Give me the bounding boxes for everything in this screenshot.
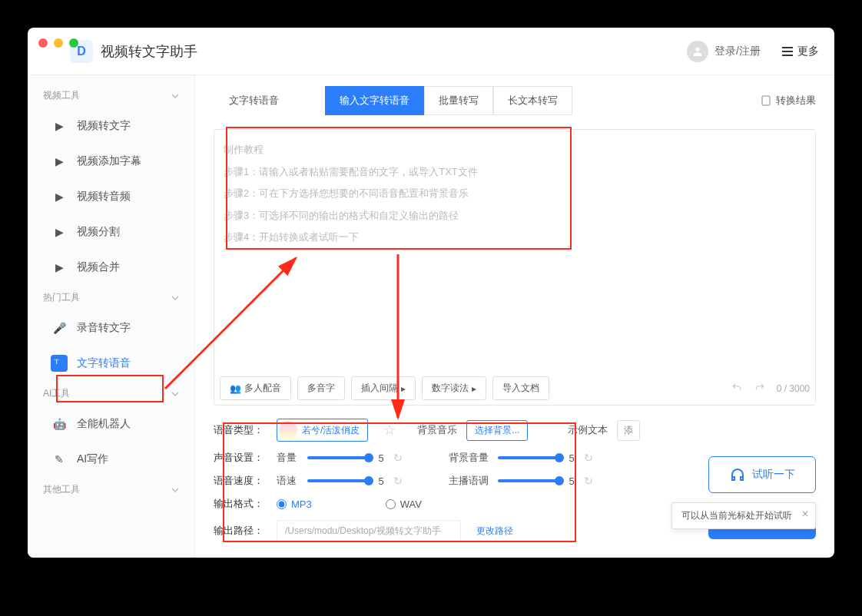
sidebar: 视频工具 ▶视频转文字 ▶视频添加字幕 ▶视频转音频 ▶视频分割 ▶视频合并 热… bbox=[28, 75, 195, 558]
traffic-lights bbox=[38, 38, 78, 48]
tone-slider[interactable] bbox=[498, 479, 559, 482]
sidebar-item-ai-write[interactable]: ✎AI写作 bbox=[28, 442, 194, 477]
sidebar-item-video-split[interactable]: ▶视频分割 bbox=[28, 214, 194, 250]
sidebar-item-ai-robot[interactable]: 🤖全能机器人 bbox=[28, 406, 194, 442]
reset-icon[interactable]: ↻ bbox=[393, 452, 403, 464]
svg-rect-1 bbox=[51, 355, 68, 372]
sidebar-item-video-add-sub[interactable]: ▶视频添加字幕 bbox=[28, 144, 194, 179]
tts-icon: T bbox=[51, 355, 68, 372]
text-editor[interactable]: 制作教程 步骤1：请输入或者粘贴需要配音的文字，或导入TXT文件 步骤2：可在下… bbox=[214, 129, 816, 406]
speed-label: 语音速度： bbox=[214, 474, 267, 488]
sidebar-item-video-to-text[interactable]: ▶视频转文字 bbox=[28, 108, 194, 144]
merge-icon: ▶ bbox=[51, 259, 68, 276]
svg-text:T: T bbox=[55, 358, 59, 366]
bg-music-button[interactable]: 选择背景... bbox=[466, 420, 528, 441]
volume-slider[interactable] bbox=[307, 456, 369, 459]
chevron-down-icon bbox=[171, 92, 179, 100]
tab-input-tts[interactable]: 输入文字转语音 bbox=[325, 86, 424, 115]
example-select[interactable]: 添 bbox=[617, 420, 640, 441]
app-window: D 视频转文字助手 登录/注册 更多 视频工具 ▶视频转文字 ▶视频添加字幕 ▶… bbox=[28, 28, 834, 558]
audio-icon: ▶ bbox=[51, 188, 68, 205]
avatar-icon bbox=[687, 41, 708, 62]
video-text-icon: ▶ bbox=[51, 118, 68, 134]
speed-value: 5 bbox=[375, 475, 387, 487]
titlebar: D 视频转文字助手 登录/注册 更多 bbox=[28, 28, 834, 75]
listen-button[interactable]: 试听一下 bbox=[708, 456, 816, 493]
sidebar-item-video-to-audio[interactable]: ▶视频转音频 bbox=[28, 179, 194, 214]
star-icon[interactable]: ☆ bbox=[383, 422, 396, 439]
radio-wav[interactable]: WAV bbox=[386, 498, 422, 510]
tone-label: 主播语调 bbox=[449, 474, 492, 488]
svg-point-0 bbox=[695, 47, 699, 51]
tab-longtext[interactable]: 长文本转写 bbox=[493, 86, 572, 115]
write-icon: ✎ bbox=[51, 451, 68, 468]
svg-rect-3 bbox=[762, 96, 770, 105]
format-label: 输出格式： bbox=[214, 497, 267, 511]
split-icon: ▶ bbox=[51, 224, 68, 240]
sidebar-group-hot[interactable]: 热门工具 bbox=[28, 285, 194, 310]
result-link[interactable]: 转换结果 bbox=[761, 94, 816, 108]
subtitle-icon: ▶ bbox=[51, 153, 68, 170]
chevron-down-icon bbox=[171, 390, 179, 398]
output-path-input[interactable] bbox=[277, 520, 461, 541]
speed-slider[interactable] bbox=[307, 479, 369, 482]
section-title: 文字转语音 bbox=[214, 88, 294, 114]
doc-icon bbox=[761, 95, 771, 106]
login-label: 登录/注册 bbox=[714, 45, 761, 58]
bgvol-slider[interactable] bbox=[498, 456, 559, 459]
volume-label: 音量 bbox=[277, 451, 301, 465]
change-path-link[interactable]: 更改路径 bbox=[476, 525, 513, 538]
example-label: 示例文本 bbox=[568, 423, 608, 437]
tab-bar: 文字转语音 输入文字转语音 批量转写 长文本转写 转换结果 bbox=[214, 86, 816, 115]
placeholder-step: 步骤4：开始转换或者试听一下 bbox=[224, 227, 806, 249]
sidebar-group-video[interactable]: 视频工具 bbox=[28, 83, 194, 108]
placeholder-step: 步骤3：可选择不同的输出的格式和自定义输出的路径 bbox=[224, 205, 806, 227]
sidebar-item-audio-to-text[interactable]: 🎤录音转文字 bbox=[28, 310, 194, 346]
tone-value: 5 bbox=[565, 475, 578, 487]
placeholder-step: 步骤2：可在下方选择您想要的不同语音配置和背景音乐 bbox=[224, 183, 806, 205]
close-icon[interactable]: ✕ bbox=[801, 508, 809, 519]
bgvol-value: 5 bbox=[565, 452, 578, 464]
path-label: 输出路径： bbox=[214, 524, 267, 538]
bg-music-label: 背景音乐 bbox=[417, 423, 457, 437]
close-window-icon[interactable] bbox=[38, 38, 48, 48]
reset-icon[interactable]: ↻ bbox=[584, 475, 593, 487]
more-button[interactable]: 更多 bbox=[782, 45, 819, 58]
spd-label: 语速 bbox=[277, 474, 301, 488]
chevron-down-icon bbox=[171, 486, 179, 494]
sidebar-item-video-merge[interactable]: ▶视频合并 bbox=[28, 250, 194, 285]
radio-mp3[interactable]: MP3 bbox=[277, 498, 312, 510]
listen-tooltip: 可以从当前光标处开始试听 ✕ bbox=[671, 502, 816, 529]
placeholder-step: 步骤1：请输入或者粘贴需要配音的文字，或导入TXT文件 bbox=[224, 161, 806, 184]
tab-batch[interactable]: 批量转写 bbox=[424, 86, 493, 115]
reset-icon[interactable]: ↻ bbox=[393, 475, 403, 487]
voice-select-button[interactable]: 若兮/活泼俏皮 bbox=[277, 419, 368, 442]
chevron-down-icon bbox=[171, 294, 179, 302]
sound-label: 声音设置： bbox=[214, 451, 267, 465]
more-label: 更多 bbox=[797, 45, 819, 58]
sidebar-group-ai[interactable]: AI工具 bbox=[28, 381, 194, 406]
robot-icon: 🤖 bbox=[51, 416, 68, 432]
sidebar-group-other[interactable]: 其他工具 bbox=[28, 477, 194, 502]
voice-type-label: 语音类型： bbox=[214, 423, 267, 437]
sidebar-item-text-to-speech[interactable]: T文字转语音 bbox=[28, 346, 194, 381]
voice-avatar-icon bbox=[279, 421, 297, 439]
placeholder-title: 制作教程 bbox=[224, 139, 806, 161]
maximize-window-icon[interactable] bbox=[69, 38, 78, 48]
main-panel: 文字转语音 输入文字转语音 批量转写 长文本转写 转换结果 制作教程 步骤1：请… bbox=[195, 75, 834, 558]
app-title: 视频转文字助手 bbox=[101, 42, 197, 61]
volume-value: 5 bbox=[375, 452, 387, 464]
login-register-button[interactable]: 登录/注册 bbox=[687, 41, 761, 62]
minimize-window-icon[interactable] bbox=[54, 38, 63, 48]
hamburger-icon bbox=[782, 47, 793, 56]
bgvol-label: 背景音量 bbox=[449, 451, 492, 465]
headphone-icon bbox=[729, 466, 746, 483]
reset-icon[interactable]: ↻ bbox=[584, 452, 593, 464]
mic-icon: 🎤 bbox=[51, 320, 68, 336]
